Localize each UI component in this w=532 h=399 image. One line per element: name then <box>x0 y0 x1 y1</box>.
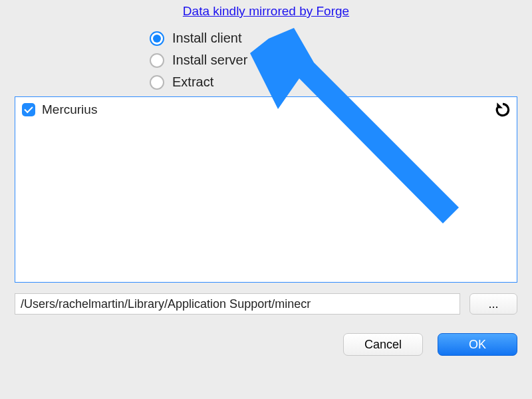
radio-label: Install client <box>172 31 242 46</box>
list-item-label: Mercurius <box>42 102 97 117</box>
radio-label: Install server <box>172 53 247 68</box>
install-path-input[interactable]: /Users/rachelmartin/Library/Application … <box>15 293 460 315</box>
radio-icon <box>150 31 164 46</box>
checkbox-icon[interactable] <box>22 103 35 116</box>
optional-components-panel: Mercurius <box>15 96 517 283</box>
mirror-link[interactable]: Data kindly mirrored by Forge <box>183 4 349 18</box>
cancel-button[interactable]: Cancel <box>343 333 423 356</box>
browse-button[interactable]: ... <box>469 293 517 315</box>
ok-button[interactable]: OK <box>438 333 517 356</box>
install-mode-radio-group: Install client Install server Extract <box>150 31 532 90</box>
radio-icon <box>150 53 164 68</box>
radio-extract[interactable]: Extract <box>150 74 532 90</box>
list-item[interactable]: Mercurius <box>22 102 510 117</box>
refresh-icon[interactable] <box>494 101 511 118</box>
radio-install-server[interactable]: Install server <box>150 53 532 68</box>
radio-label: Extract <box>172 74 213 90</box>
radio-install-client[interactable]: Install client <box>150 31 532 46</box>
radio-icon <box>150 75 164 90</box>
